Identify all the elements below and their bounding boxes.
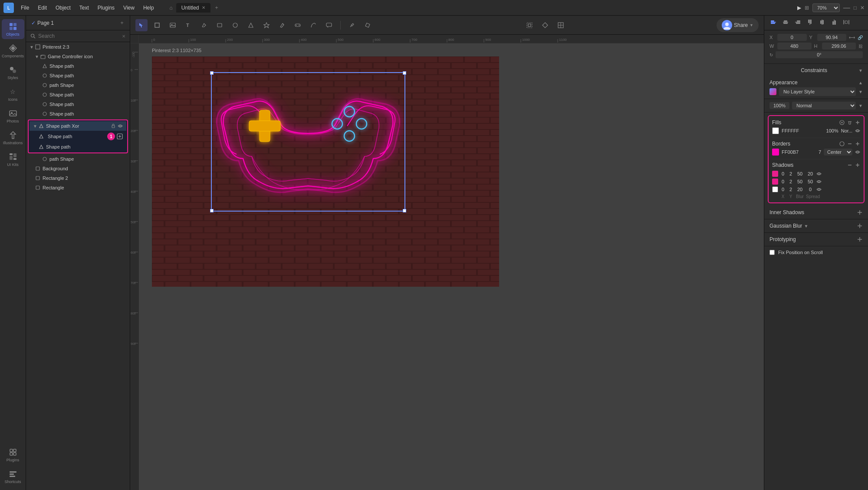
gaussian-blur-add-icon[interactable] [857, 223, 863, 229]
document-tab[interactable]: Untitled ✕ [176, 3, 210, 13]
fix-position-checkbox[interactable] [769, 250, 775, 255]
game-controller-tool[interactable] [292, 19, 304, 31]
sidebar-item-plugins[interactable]: Plugins [2, 445, 24, 465]
border-visibility-icon[interactable] [855, 149, 860, 155]
constraints-toggle-icon[interactable]: ▼ [858, 68, 863, 73]
comment-tool[interactable] [323, 19, 335, 31]
search-clear-button[interactable]: ✕ [122, 34, 125, 39]
x-value[interactable]: 0 [777, 34, 807, 41]
layer-item-sp5[interactable]: Shape path [26, 99, 130, 109]
shadow1-visibility-icon[interactable] [816, 171, 822, 176]
layer-item-game-controller[interactable]: ▼ Game Controller icon [26, 52, 130, 61]
zoom-select[interactable]: 70%100%50% [812, 3, 840, 12]
eye-icon[interactable] [118, 123, 123, 129]
layer-item-sp7[interactable]: Shape path 1 [30, 131, 126, 142]
game-controller-container[interactable] [213, 74, 404, 210]
grid-view-button[interactable]: ⊞ [805, 5, 809, 11]
play-button[interactable]: ▶ [797, 5, 801, 11]
shadow2-visibility-icon[interactable] [816, 179, 822, 184]
vector-tool[interactable] [307, 19, 319, 31]
shadow2-color-swatch[interactable] [772, 179, 778, 185]
sidebar-item-components[interactable]: Components [2, 41, 24, 61]
canvas-frame[interactable] [152, 56, 764, 490]
borders-add-icon[interactable] [855, 141, 860, 146]
align-center-h-icon[interactable] [781, 18, 790, 27]
layer-style-select[interactable]: No Layer Style [779, 87, 856, 96]
sidebar-item-icons[interactable]: ☆ Icons [2, 84, 24, 104]
pen-tool[interactable] [198, 19, 210, 31]
align-middle-icon[interactable] [817, 18, 827, 27]
text-tool[interactable]: T [182, 19, 194, 31]
minimize-button[interactable]: — [843, 4, 850, 12]
tab-close-icon[interactable]: ✕ [202, 5, 205, 10]
inner-shadows-add-icon[interactable] [857, 209, 863, 215]
maximize-button[interactable]: □ [854, 5, 857, 11]
close-window-button[interactable]: ✕ [860, 5, 865, 11]
sidebar-item-uikits[interactable]: UI Kits [2, 149, 24, 169]
add-page-button[interactable]: ＋ [119, 19, 125, 26]
fills-delete-icon[interactable] [847, 120, 852, 125]
layer-item-pinterest[interactable]: ▼ Pinterest 2:3 [26, 42, 130, 52]
circle-tool[interactable] [229, 19, 241, 31]
grid-tool[interactable] [555, 19, 567, 31]
layer-style-chevron[interactable]: ▼ [858, 89, 863, 94]
align-top-icon[interactable] [805, 18, 815, 27]
prototyping-add-icon[interactable] [857, 236, 863, 242]
layer-item-sp2[interactable]: Shape path [26, 71, 130, 80]
menu-help[interactable]: Help [140, 3, 158, 13]
layer-item-rect[interactable]: Rectangle [26, 183, 130, 192]
blend-chevron[interactable]: ▼ [858, 103, 863, 108]
share-button[interactable]: Share ▼ [717, 18, 759, 32]
borders-delete-icon[interactable] [847, 141, 852, 146]
constraints-section-header[interactable]: Constraints ▼ [764, 64, 868, 77]
menu-object[interactable]: Object [52, 3, 74, 13]
select-tool[interactable] [135, 19, 148, 31]
shadows-add-icon[interactable] [855, 162, 860, 168]
align-left-icon[interactable] [769, 18, 778, 27]
menu-file[interactable]: File [17, 3, 33, 13]
shadow1-color-swatch[interactable] [772, 171, 778, 177]
w-value[interactable]: 480 [777, 43, 812, 50]
fill-visibility-icon[interactable] [855, 128, 860, 133]
sidebar-item-photos[interactable]: Photos [2, 106, 24, 126]
fills-settings-icon[interactable] [839, 120, 845, 125]
align-bottom-icon[interactable] [829, 18, 839, 27]
layer-item-rect2[interactable]: Rectangle 2 [26, 173, 130, 183]
borders-settings-icon[interactable] [839, 141, 845, 146]
rotation-value[interactable]: 0° [776, 51, 863, 58]
fill-color-swatch[interactable] [772, 127, 779, 134]
menu-text[interactable]: Text [76, 3, 92, 13]
sidebar-item-shortcuts[interactable]: Shortcuts [2, 467, 24, 487]
pencil-tool[interactable] [276, 19, 288, 31]
layer-item-sp4[interactable]: Shape path [26, 90, 130, 99]
opacity-value[interactable]: 100% [769, 102, 789, 109]
fills-add-icon[interactable] [855, 120, 860, 125]
border-align-select[interactable]: CenterInsideOutside [824, 149, 852, 156]
home-button[interactable]: ⌂ [166, 3, 176, 13]
rect-tool[interactable] [214, 19, 226, 31]
layer-item-sp6[interactable]: Shape path [26, 109, 130, 119]
distribute-h-icon[interactable] [842, 18, 851, 27]
appearance-collapse-icon[interactable]: ▲ [858, 80, 863, 85]
sidebar-item-objects[interactable]: Objects [2, 19, 24, 39]
menu-view[interactable]: View [120, 3, 138, 13]
canvas-viewport[interactable]: Pinterest 2:3 1102×735 [139, 43, 764, 490]
border-color-swatch[interactable] [772, 149, 779, 156]
transform-tool[interactable] [523, 19, 536, 31]
shadows-delete-icon[interactable] [847, 162, 852, 168]
layer-item-sp1[interactable]: Shape path [26, 61, 130, 71]
shadow3-color-swatch[interactable] [772, 186, 778, 192]
blend-mode-select[interactable]: Normal [792, 102, 856, 109]
frame-tool[interactable] [151, 19, 163, 31]
h-value[interactable]: 299.06 [822, 43, 856, 50]
sidebar-item-styles[interactable]: Styles [2, 63, 24, 83]
menu-edit[interactable]: Edit [34, 3, 50, 13]
image-tool[interactable] [167, 19, 179, 31]
layer-item-spxor[interactable]: ▼ Shape path Xor [30, 121, 126, 131]
y-value[interactable]: 90.94 [817, 34, 847, 41]
layer-item-sp8[interactable]: Shape path [30, 142, 126, 152]
align-right-icon[interactable] [793, 18, 802, 27]
paint-tool[interactable] [362, 19, 374, 31]
layer-item-sp3[interactable]: path Shape [26, 80, 130, 90]
menu-plugins[interactable]: Plugins [94, 3, 118, 13]
